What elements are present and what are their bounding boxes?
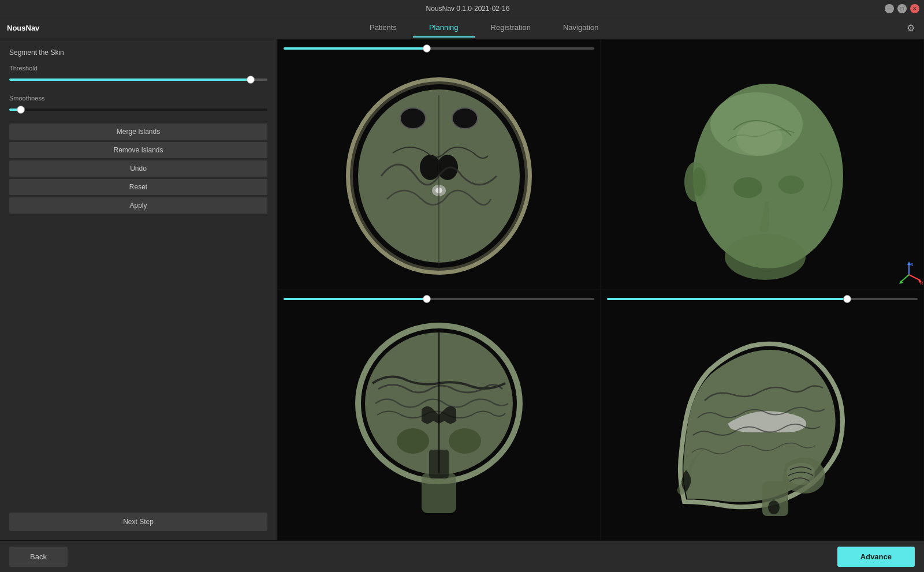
svg-point-38 bbox=[768, 500, 780, 514]
action-buttons: Merge Islands Remove Islands Undo Reset … bbox=[9, 124, 267, 214]
coronal-slider-container bbox=[278, 294, 600, 302]
smoothness-slider-container bbox=[9, 105, 267, 114]
svg-text:S: S bbox=[910, 262, 913, 267]
svg-point-17 bbox=[692, 167, 706, 196]
threshold-slider[interactable] bbox=[9, 78, 267, 81]
back-button[interactable]: Back bbox=[9, 547, 68, 567]
reset-button[interactable]: Reset bbox=[9, 179, 267, 195]
app-logo: NousNav bbox=[7, 24, 39, 32]
left-panel: Segment the Skin Threshold Smoothness Me… bbox=[0, 39, 277, 540]
3d-view bbox=[601, 40, 923, 289]
tab-registration[interactable]: Registration bbox=[475, 18, 547, 38]
coronal-view bbox=[278, 290, 600, 540]
coronal-slider[interactable] bbox=[284, 298, 594, 300]
window-controls: — □ ✕ bbox=[885, 4, 919, 13]
svg-rect-35 bbox=[429, 450, 449, 478]
tab-patients[interactable]: Patients bbox=[353, 18, 413, 38]
svg-rect-32 bbox=[422, 473, 456, 513]
next-step-button[interactable]: Next Step bbox=[9, 513, 267, 531]
close-button[interactable]: ✕ bbox=[910, 4, 919, 13]
svg-point-14 bbox=[733, 177, 762, 198]
threshold-slider-container bbox=[9, 75, 267, 84]
svg-point-33 bbox=[397, 428, 429, 454]
merge-islands-button[interactable]: Merge Islands bbox=[9, 124, 267, 140]
menu-bar: NousNav Patients Planning Registration N… bbox=[0, 17, 924, 39]
axial-brain-svg bbox=[329, 61, 549, 280]
remove-islands-button[interactable]: Remove Islands bbox=[9, 142, 267, 158]
svg-point-6 bbox=[452, 108, 478, 129]
main-content: Segment the Skin Threshold Smoothness Me… bbox=[0, 39, 924, 540]
maximize-button[interactable]: □ bbox=[897, 4, 907, 13]
advance-button[interactable]: Advance bbox=[837, 547, 915, 567]
window-title: NousNav 0.1.0-2021-02-16 bbox=[51, 5, 885, 13]
threshold-label: Threshold bbox=[9, 65, 267, 72]
sagittal-brain-svg bbox=[653, 314, 872, 528]
axial-view bbox=[278, 40, 600, 289]
viewport-3d[interactable]: S R bbox=[601, 39, 924, 290]
tab-planning[interactable]: Planning bbox=[413, 18, 475, 38]
smoothness-label: Smoothness bbox=[9, 95, 267, 102]
undo-button[interactable]: Undo bbox=[9, 160, 267, 177]
viewport-axial[interactable] bbox=[277, 39, 601, 290]
settings-icon[interactable]: ⚙ bbox=[904, 22, 917, 35]
viewport-coronal[interactable] bbox=[277, 290, 601, 540]
smoothness-slider[interactable] bbox=[9, 109, 267, 111]
axis-indicator: S R bbox=[895, 260, 918, 283]
viewport-sagittal[interactable] bbox=[601, 290, 924, 540]
svg-point-18 bbox=[725, 234, 806, 280]
3d-brain-svg bbox=[653, 49, 872, 290]
title-bar: NousNav 0.1.0-2021-02-16 — □ ✕ bbox=[0, 0, 924, 17]
coronal-brain-svg bbox=[332, 314, 546, 528]
svg-point-34 bbox=[449, 428, 481, 454]
axial-slider[interactable] bbox=[284, 47, 594, 50]
svg-point-5 bbox=[400, 108, 426, 129]
tab-navigation[interactable]: Navigation bbox=[547, 18, 614, 38]
sagittal-slider-container bbox=[601, 294, 923, 302]
axial-slider-container bbox=[278, 43, 600, 51]
minimize-button[interactable]: — bbox=[885, 4, 894, 13]
svg-point-15 bbox=[778, 175, 804, 194]
viewport-grid: S R bbox=[277, 39, 924, 540]
apply-button[interactable]: Apply bbox=[9, 197, 267, 214]
svg-line-23 bbox=[909, 275, 921, 281]
svg-point-19 bbox=[736, 121, 783, 156]
section-title: Segment the Skin bbox=[9, 48, 267, 57]
nav-tabs: Patients Planning Registration Navigatio… bbox=[51, 18, 917, 38]
svg-line-26 bbox=[900, 275, 909, 282]
sagittal-view bbox=[601, 290, 923, 540]
bottom-bar: Back Advance bbox=[0, 540, 924, 572]
sagittal-slider[interactable] bbox=[607, 298, 918, 300]
svg-text:R: R bbox=[920, 281, 923, 286]
